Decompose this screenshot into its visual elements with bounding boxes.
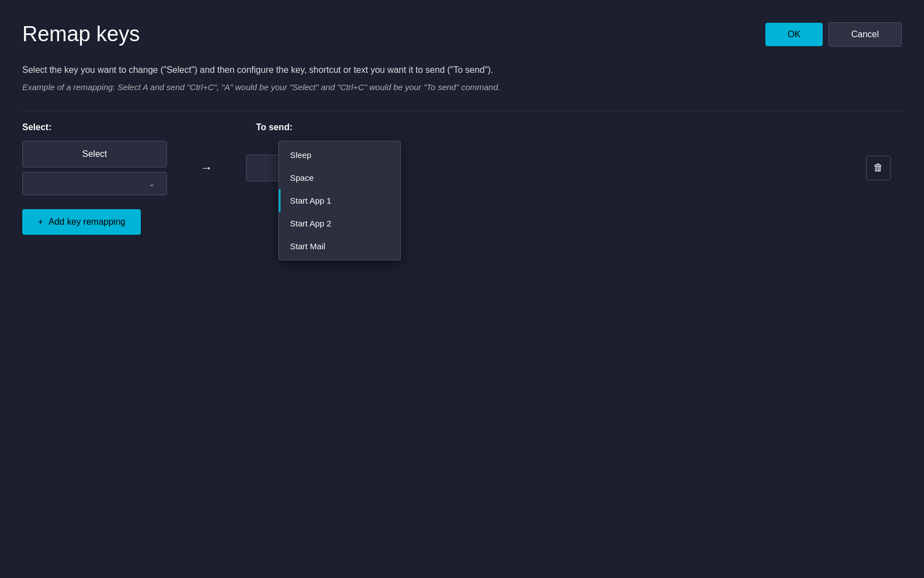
arrow-right-icon: → [200,161,213,175]
dropdown-item-start-mail[interactable]: Start Mail [279,235,400,258]
delete-remapping-button[interactable]: 🗑 [866,156,891,180]
dialog-header: Remap keys OK Cancel [22,22,902,47]
dropdown-item-space[interactable]: Space [279,166,400,189]
description-italic-text: Example of a remapping: Select A and sen… [22,81,902,94]
header-buttons: OK Cancel [765,22,902,47]
remapping-row-container: Select ⌄ → Select 🗑 Sleep Space Start Ap… [22,141,902,195]
select-key-button[interactable]: Select [22,141,167,167]
dropdown-item-start-app-2[interactable]: Start App 2 [279,212,400,235]
divider [22,111,902,111]
plus-icon: + [38,217,43,227]
select-column: Select ⌄ [22,141,167,195]
columns-header: Select: To send: [22,122,902,132]
trash-icon: 🗑 [873,162,883,174]
ok-button[interactable]: OK [765,23,823,46]
remapping-row: Select ⌄ → Select 🗑 [22,141,902,195]
dropdown-toggle[interactable]: ⌄ [22,172,167,195]
add-key-remapping-button[interactable]: + Add key remapping [22,209,141,235]
dropdown-menu: Sleep Space Start App 1 Start App 2 Star… [278,141,401,260]
chevron-down-icon: ⌄ [149,179,155,188]
add-key-remapping-label: Add key remapping [48,217,125,227]
remap-keys-dialog: Remap keys OK Cancel Select the key you … [0,0,924,578]
dropdown-item-sleep[interactable]: Sleep [279,144,400,166]
cancel-button[interactable]: Cancel [828,22,902,47]
dialog-title: Remap keys [22,22,140,46]
description-text: Select the key you want to change ("Sele… [22,63,902,77]
select-column-label: Select: [22,122,256,132]
tosend-column-label: To send: [256,122,902,132]
dropdown-item-start-app-1[interactable]: Start App 1 [279,189,400,212]
